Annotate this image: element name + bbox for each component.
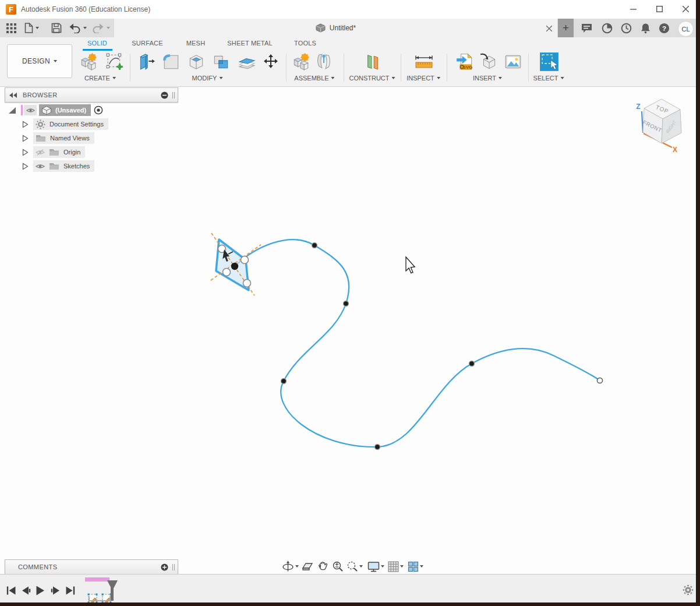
expand-arrow-icon[interactable]: [22, 149, 29, 156]
offset-face-button[interactable]: [236, 51, 257, 72]
redo-button[interactable]: [91, 20, 111, 36]
construct-group-label[interactable]: CONSTRUCT: [349, 75, 395, 82]
save-button[interactable]: [49, 20, 64, 36]
joint-button[interactable]: [313, 51, 334, 72]
create-sketch-button[interactable]: [104, 51, 125, 72]
browser-root-row[interactable]: (Unsaved): [8, 104, 103, 117]
timeline-step-forward-button[interactable]: [49, 584, 62, 596]
grid-snap-caret[interactable]: [400, 565, 404, 568]
expand-arrow-icon[interactable]: [22, 163, 29, 170]
display-settings-caret[interactable]: [381, 565, 384, 568]
look-at-button[interactable]: [300, 559, 314, 573]
app-grid-button[interactable]: [3, 20, 19, 36]
timeline-go-to-end-button[interactable]: [64, 584, 77, 596]
browser-drag-grip[interactable]: [172, 92, 175, 98]
assemble-new-component-button[interactable]: [291, 51, 312, 72]
insert-canvas-button[interactable]: [503, 51, 524, 72]
gear-icon: [36, 119, 45, 129]
assemble-group-label[interactable]: ASSEMBLE: [294, 75, 334, 82]
timeline-playhead-stem[interactable]: [111, 587, 114, 601]
timeline-step-back-button[interactable]: [20, 584, 33, 596]
timeline-play-button[interactable]: [34, 584, 47, 596]
fillet-button[interactable]: [161, 51, 182, 72]
insert-svg-button[interactable]: SVG: [454, 51, 475, 72]
new-document-tab-button[interactable]: +: [558, 19, 574, 37]
ribbon-tab-solid[interactable]: SOLID: [87, 40, 107, 47]
insert-mesh-button[interactable]: [478, 51, 499, 72]
new-component-button[interactable]: [78, 51, 99, 72]
close-document-tab-button[interactable]: [543, 23, 555, 34]
create-group-label[interactable]: CREATE: [84, 75, 116, 82]
comments-header[interactable]: COMMENTS: [5, 559, 178, 575]
eye-off-icon[interactable]: [36, 149, 45, 156]
move-copy-button[interactable]: [260, 51, 281, 72]
modify-group-label[interactable]: MODIFY: [192, 75, 223, 82]
construct-plane-button[interactable]: [362, 51, 383, 72]
root-visibility-toggle[interactable]: [24, 105, 37, 115]
zoom-button[interactable]: [331, 559, 345, 573]
comments-button[interactable]: [580, 22, 593, 34]
item-label: Document Settings: [50, 121, 104, 128]
recent-activity-button[interactable]: [620, 22, 632, 34]
select-button[interactable]: [539, 51, 560, 72]
add-comment-icon[interactable]: [161, 563, 168, 571]
select-group-label[interactable]: SELECT: [533, 75, 564, 82]
notifications-button[interactable]: [639, 22, 652, 34]
viewports-caret[interactable]: [420, 565, 423, 568]
folder-icon: [49, 148, 59, 156]
file-menu-button[interactable]: [22, 20, 41, 36]
inspect-group-label[interactable]: INSPECT: [406, 75, 440, 82]
comments-drag-grip[interactable]: [172, 564, 175, 570]
ribbon-tab-sheet-metal[interactable]: SHEET METAL: [227, 40, 273, 47]
maximize-button[interactable]: [649, 0, 669, 18]
tab-strip: Untitled* +: [0, 19, 696, 37]
ribbon-tab-mesh[interactable]: MESH: [186, 40, 206, 47]
zoom-window-button[interactable]: [346, 559, 363, 573]
viewports-button[interactable]: [406, 559, 424, 573]
spline-fit-points[interactable]: [281, 242, 475, 450]
spline-handle-region[interactable]: [216, 239, 249, 290]
measure-button[interactable]: [413, 51, 434, 72]
zoom-window-caret[interactable]: [359, 565, 363, 568]
browser-item-origin[interactable]: Origin: [22, 146, 85, 158]
root-item[interactable]: (Unsaved): [39, 104, 91, 116]
document-tab[interactable]: Untitled*: [114, 19, 557, 37]
browser-item-named-views[interactable]: Named Views: [22, 132, 94, 145]
workspace-switcher[interactable]: DESIGN: [7, 44, 72, 78]
root-expand-icon[interactable]: [8, 106, 16, 114]
minimize-button[interactable]: [623, 0, 643, 18]
activate-component-radio[interactable]: [94, 105, 103, 115]
timeline-settings-button[interactable]: [683, 584, 694, 596]
shell-button[interactable]: [186, 51, 207, 72]
browser-item-document-settings[interactable]: Document Settings: [22, 118, 108, 131]
expand-arrow-icon[interactable]: [22, 135, 29, 142]
browser-item-sketches[interactable]: Sketches: [22, 160, 94, 172]
spline-curve[interactable]: [235, 239, 600, 447]
view-cube[interactable]: Z X TOP FRONT RIGHT: [617, 94, 693, 157]
orbit-button[interactable]: [281, 559, 299, 573]
spline-end-point[interactable]: [597, 378, 602, 383]
pan-button[interactable]: [316, 559, 330, 573]
grid-snap-button[interactable]: [387, 559, 404, 573]
ribbon-tab-tools[interactable]: TOOLS: [294, 40, 316, 47]
collapse-browser-icon[interactable]: [9, 93, 17, 98]
close-window-button[interactable]: [676, 0, 695, 18]
help-button[interactable]: ?: [657, 22, 670, 34]
insert-group-label[interactable]: INSERT: [473, 75, 502, 82]
account-avatar[interactable]: CL: [678, 21, 694, 37]
create-sketch-icon: [105, 52, 124, 71]
browser-header[interactable]: BROWSER: [5, 87, 178, 103]
undo-button[interactable]: [68, 20, 87, 36]
browser-remove-icon[interactable]: [161, 91, 168, 99]
display-settings-button[interactable]: [367, 559, 384, 573]
combine-button[interactable]: [210, 51, 231, 72]
job-status-button[interactable]: [600, 22, 613, 34]
press-pull-button[interactable]: [136, 51, 157, 72]
selected-fit-point[interactable]: [231, 263, 238, 270]
ribbon-tab-surface[interactable]: SURFACE: [132, 40, 162, 47]
timeline-go-to-start-button[interactable]: [5, 584, 17, 596]
eye-icon[interactable]: [36, 163, 45, 170]
spline-handle-grips[interactable]: [218, 245, 251, 287]
expand-arrow-icon[interactable]: [22, 121, 29, 128]
orbit-caret[interactable]: [295, 565, 299, 568]
